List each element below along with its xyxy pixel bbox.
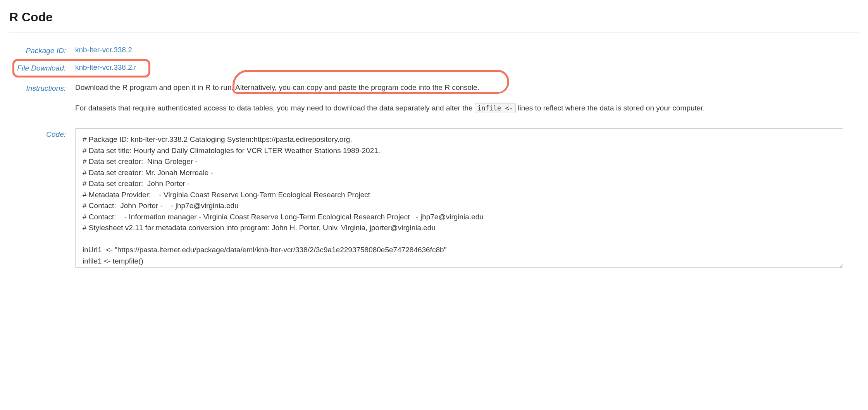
page-title: R Code — [9, 8, 859, 26]
file-download-value-cell: knb-lter-vcr.338.2.r — [75, 62, 859, 73]
instructions-text-2b: lines to reflect where the data is store… — [516, 104, 705, 112]
instructions-text-1a: Download the R program and open it in R … — [75, 83, 234, 91]
section-divider — [9, 33, 859, 33]
row-file-download: File Download: knb-lter-vcr.338.2.r — [9, 62, 859, 74]
instructions-label: Instructions: — [9, 82, 75, 94]
row-instructions: Instructions: Download the R program and… — [9, 82, 859, 123]
file-download-label: File Download: — [9, 62, 75, 74]
instructions-text-2a: For datasets that require authenticated … — [75, 104, 475, 112]
file-download-link[interactable]: knb-lter-vcr.338.2.r — [75, 63, 136, 71]
row-package-id: Package ID: knb-lter-vcr.338.2 — [9, 45, 859, 57]
package-id-link[interactable]: knb-lter-vcr.338.2 — [75, 46, 132, 54]
row-code: Code: # Package ID: knb-lter-vcr.338.2 C… — [9, 128, 859, 268]
instructions-para-1: Download the R program and open it in R … — [75, 82, 843, 93]
package-id-value-cell: knb-lter-vcr.338.2 — [75, 45, 859, 56]
instructions-text-1b: Alternatively, you can copy and paste th… — [234, 83, 479, 91]
content-area: Package ID: knb-lter-vcr.338.2 File Down… — [9, 45, 859, 268]
code-textarea[interactable]: # Package ID: knb-lter-vcr.338.2 Catalog… — [75, 128, 843, 268]
package-id-label: Package ID: — [9, 45, 75, 57]
instructions-value-cell: Download the R program and open it in R … — [75, 82, 859, 123]
code-value-cell: # Package ID: knb-lter-vcr.338.2 Catalog… — [75, 128, 859, 268]
instructions-para-2: For datasets that require authenticated … — [75, 103, 843, 114]
infile-code-snippet: infile <- — [475, 103, 516, 113]
code-label: Code: — [9, 128, 75, 140]
